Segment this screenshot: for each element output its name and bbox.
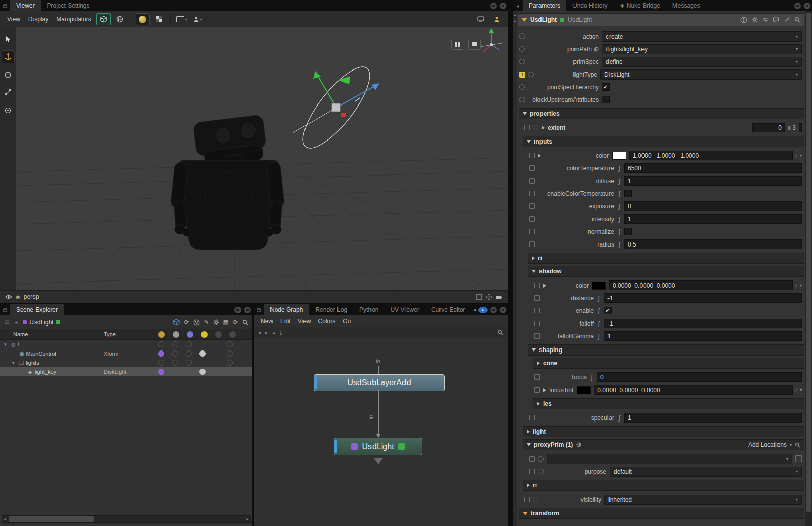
menu-display[interactable]: Display — [25, 16, 51, 23]
lock-column-icon[interactable] — [215, 331, 222, 338]
state-dot-on[interactable] — [199, 350, 206, 357]
state-dot[interactable] — [227, 350, 233, 357]
gear-icon[interactable] — [213, 319, 219, 325]
tab-nuke-bridge[interactable]: ✚Nuke Bridge — [614, 0, 666, 11]
view-flag-icon[interactable] — [398, 443, 405, 450]
viewed-flag-icon[interactable] — [560, 18, 564, 22]
state-dot[interactable] — [227, 360, 233, 366]
tab-messages[interactable]: Messages — [666, 0, 706, 11]
refresh-icon[interactable]: ⟳ — [233, 319, 238, 326]
color-swatch[interactable] — [577, 386, 591, 394]
pane-split-icon[interactable]: ▤ — [0, 0, 10, 11]
collapse-left-icon[interactable]: ◂ — [514, 19, 516, 23]
comment-bubble-icon[interactable] — [773, 17, 779, 23]
stop-button[interactable] — [468, 39, 481, 50]
pane-split-icon[interactable]: ▤ — [0, 304, 10, 315]
attr-state-icon[interactable] — [534, 387, 540, 393]
attr-state-icon[interactable] — [529, 229, 535, 234]
tab-viewer[interactable]: Viewer — [10, 0, 41, 11]
collapse-left-icon[interactable]: ◂ — [514, 13, 516, 17]
attr-state-icon[interactable] — [534, 283, 540, 288]
eye-icon[interactable] — [5, 295, 12, 299]
viewport-3d[interactable] — [16, 27, 508, 290]
expander-icon[interactable]: ▾ — [4, 342, 9, 347]
slider-icon[interactable]: ∕ — [796, 283, 797, 288]
column-type[interactable]: Type — [104, 331, 158, 337]
enablecolortemperature-checkbox[interactable] — [624, 190, 632, 197]
tab-python[interactable]: Python — [353, 304, 384, 315]
state-lamp-icon[interactable] — [519, 33, 525, 39]
extent-count-field[interactable]: 0 — [752, 123, 785, 132]
tab-node-graph[interactable]: Node Graph — [264, 304, 309, 315]
state-lamp-icon[interactable] — [538, 456, 544, 462]
blockupstream-checkbox[interactable] — [602, 96, 610, 103]
attr-state-icon[interactable] — [524, 497, 530, 502]
enable-checkbox[interactable]: ✔ — [604, 307, 612, 314]
falloff-field[interactable]: -1 — [604, 319, 802, 328]
search-icon[interactable] — [794, 17, 800, 23]
pane-close-button[interactable] — [500, 307, 506, 313]
purpose-dropdown[interactable]: default ▾ — [610, 467, 802, 477]
tab-uv-viewer[interactable]: UV Viewer — [384, 304, 425, 315]
table-row-lights[interactable]: ▾ ❏ lights — [0, 358, 252, 367]
back-arrow-icon[interactable]: ◂ — [14, 320, 19, 325]
node-parameter-header[interactable]: UsdLight UsdLight — [518, 13, 804, 26]
radius-field[interactable]: 0.5 — [624, 239, 802, 249]
attr-state-icon[interactable] — [529, 456, 535, 462]
focustint-field[interactable]: 0.0000 0.0000 0.0000 — [594, 385, 793, 395]
layers-icon[interactable]: ☰ — [4, 319, 10, 326]
state-dot-active[interactable] — [158, 350, 164, 357]
render-column-icon[interactable] — [173, 331, 179, 338]
pane-menu-button[interactable] — [234, 307, 241, 313]
rotate-tool-button[interactable] — [2, 68, 15, 81]
pencil-icon[interactable]: ✎ — [204, 319, 209, 326]
shading-column-icon[interactable] — [201, 331, 208, 338]
menu-manipulators[interactable]: Manipulators — [53, 16, 94, 23]
color-swatch-icon[interactable] — [193, 319, 200, 326]
primspechierarchy-checkbox[interactable]: ✔ — [602, 83, 610, 91]
state-dot[interactable] — [227, 341, 233, 347]
breadcrumb[interactable]: UsdLight — [23, 319, 60, 326]
state-dot[interactable] — [172, 360, 178, 366]
visibility-column-icon[interactable] — [158, 331, 165, 338]
menu-new[interactable]: New — [258, 318, 276, 325]
proxy-location-field[interactable]: ▾ — [547, 454, 792, 464]
scenegraph-location-icon[interactable] — [594, 47, 599, 52]
pivot-tool-button[interactable] — [2, 103, 15, 117]
input-port-bar[interactable] — [334, 440, 337, 453]
attr-state-icon[interactable] — [534, 321, 540, 326]
add-locations-button[interactable]: Add Locations — [748, 441, 787, 448]
edit-flag-icon[interactable] — [351, 443, 358, 450]
primspec-dropdown[interactable]: define ▾ — [602, 57, 802, 67]
exposure-field[interactable]: 0 — [624, 201, 802, 211]
diffuse-field[interactable]: 1 — [624, 176, 802, 186]
section-light[interactable]: light — [523, 426, 804, 437]
expander-right-icon[interactable] — [543, 388, 546, 392]
scrollbar-thumb[interactable] — [806, 13, 811, 512]
state-lamp-icon[interactable] — [533, 125, 538, 130]
shaded-mode-button[interactable] — [96, 13, 111, 25]
state-dot[interactable] — [186, 360, 192, 366]
specular-field[interactable]: 1 — [624, 413, 802, 423]
search-icon[interactable] — [497, 329, 503, 335]
node-graph-canvas[interactable]: in UsdSubLayerAdd in UsdLight — [254, 337, 508, 526]
state-dot-active[interactable] — [158, 369, 164, 375]
edge-connection[interactable] — [378, 390, 379, 435]
colortemperature-field[interactable]: 6500 — [624, 163, 802, 173]
section-transform[interactable]: transform — [519, 508, 804, 519]
world-space-button[interactable] — [113, 13, 127, 25]
camera-select-button[interactable]: ▾ — [191, 13, 205, 25]
section-proxyprim[interactable]: proxyPrim (1) Add Locations ▾ — [523, 439, 804, 450]
expand-scenegraph-icon[interactable] — [173, 319, 180, 326]
state-dot[interactable] — [172, 341, 178, 347]
gear-icon[interactable] — [752, 17, 758, 23]
pin-icon[interactable] — [795, 455, 802, 462]
slider-icon[interactable]: ∕ — [796, 153, 797, 158]
table-row-maincontrol[interactable]: ▣ MainControl Xform — [0, 349, 252, 358]
nav-forward-icon[interactable]: ▸ — [265, 330, 268, 335]
state-lamp-icon[interactable] — [519, 97, 525, 102]
state-dot[interactable] — [186, 341, 192, 347]
primpath-dropdown[interactable]: /lights/light_key ▾ — [602, 44, 802, 54]
pause-button[interactable] — [451, 39, 463, 50]
fx-column-icon[interactable] — [187, 331, 193, 338]
